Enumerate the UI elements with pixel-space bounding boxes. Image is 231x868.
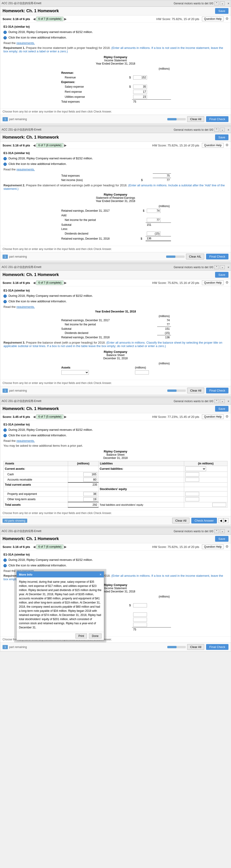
- revenue-field-1[interactable]: [133, 75, 147, 80]
- close-btn-1[interactable]: ×: [228, 2, 229, 5]
- nav-next-3[interactable]: ⌄: [220, 265, 225, 269]
- nav-left-1[interactable]: ◀: [33, 17, 35, 21]
- clear-all-btn-2[interactable]: Clear AIL: [186, 254, 204, 259]
- gear-btn-5[interactable]: ⚙: [226, 545, 228, 549]
- top-bar-nav-3: General motors wants to det 0/0 ⌃ ⌄: [174, 265, 225, 269]
- info-icon-1b[interactable]: i: [3, 36, 7, 39]
- info-icon-4b[interactable]: i: [3, 434, 7, 437]
- question-help-btn-2[interactable]: Question Help: [202, 143, 224, 148]
- req-link-anchor-3[interactable]: requirements.: [17, 305, 35, 309]
- info-icon-2b[interactable]: i: [3, 162, 7, 166]
- final-check-btn-5[interactable]: Final Check: [206, 644, 228, 650]
- rent-input-1[interactable]: [132, 89, 171, 94]
- final-check-btn-1[interactable]: Final Check: [206, 116, 228, 122]
- nav-prev-4[interactable]: ⌃: [214, 399, 219, 403]
- nav-right-4[interactable]: ▶: [64, 415, 67, 418]
- info-icon-5b[interactable]: i: [3, 564, 7, 567]
- question-help-btn-5[interactable]: Question Help: [202, 545, 224, 549]
- nav-left-4[interactable]: ◀: [33, 415, 35, 418]
- question-help-btn-3[interactable]: Question Help: [202, 280, 224, 285]
- utilities-input-5[interactable]: [133, 623, 147, 627]
- info-icon-5[interactable]: i: [3, 559, 7, 562]
- close-btn-5[interactable]: ×: [228, 529, 229, 533]
- bb-nav-right-4[interactable]: ▶: [223, 518, 228, 523]
- gear-btn-4[interactable]: ⚙: [226, 414, 228, 418]
- info-icon-3[interactable]: i: [3, 294, 7, 298]
- info-icon-3b[interactable]: i: [3, 300, 7, 303]
- bs-col-header-3: (millions): [60, 361, 171, 366]
- save-btn-1[interactable]: Save: [215, 8, 228, 14]
- gear-btn-2[interactable]: ⚙: [226, 143, 228, 147]
- save-btn-5[interactable]: Save: [215, 536, 228, 542]
- clear-all-btn-1[interactable]: Clear All: [187, 116, 204, 122]
- close-btn-2[interactable]: ×: [228, 128, 229, 132]
- close-btn-4[interactable]: ×: [228, 399, 229, 403]
- current-liab-input-1[interactable]: [185, 472, 199, 476]
- gear-btn-1[interactable]: ⚙: [226, 17, 228, 21]
- salary-field-1[interactable]: [133, 85, 147, 89]
- equity-input-2[interactable]: [185, 497, 199, 501]
- rent-field-1[interactable]: [133, 90, 147, 94]
- current-liab-input-2[interactable]: [185, 477, 199, 482]
- info-icon-4[interactable]: i: [3, 429, 7, 432]
- clear-all-btn-4[interactable]: Clear All: [172, 518, 189, 524]
- hw-title-3: Homework: Ch. 1 Homework: [3, 272, 215, 277]
- revenue-input-1[interactable]: [132, 75, 171, 80]
- assets-field-1[interactable]: [135, 370, 149, 374]
- cash-input[interactable]: [83, 472, 97, 476]
- nav-next-5[interactable]: ⌄: [220, 529, 225, 533]
- revenue-input-5[interactable]: [133, 603, 147, 608]
- nav-next-2[interactable]: ⌄: [220, 128, 225, 132]
- utilities-input-1[interactable]: [132, 94, 171, 100]
- nav-right-3[interactable]: ▶: [64, 281, 67, 285]
- close-btn-3[interactable]: ×: [228, 266, 229, 269]
- nav-left-3[interactable]: ◀: [33, 281, 35, 285]
- nav-next-1[interactable]: ⌄: [220, 1, 225, 5]
- save-btn-2[interactable]: Save: [215, 134, 228, 140]
- liabilities-dropdown-1[interactable]: [185, 466, 206, 471]
- re-input-3[interactable]: [147, 231, 161, 236]
- modal-done-btn-5[interactable]: Done: [89, 633, 102, 639]
- save-btn-3[interactable]: Save: [215, 272, 228, 278]
- rent-input-5[interactable]: [133, 618, 147, 622]
- nav-right-1[interactable]: ▶: [64, 17, 67, 21]
- bb-nav-left-4[interactable]: ◀: [218, 518, 223, 523]
- nav-left-5[interactable]: ◀: [33, 545, 35, 549]
- re-input-0[interactable]: [147, 209, 161, 213]
- clear-all-btn-5[interactable]: Clear All: [187, 644, 204, 650]
- nav-right-5[interactable]: ▶: [64, 545, 67, 549]
- gear-btn-3[interactable]: ⚙: [226, 280, 228, 285]
- total-liab-equity-input[interactable]: [212, 503, 226, 507]
- nav-prev-1[interactable]: ⌃: [214, 1, 219, 5]
- utilities-field-1[interactable]: [133, 95, 147, 99]
- modal-print-btn-5[interactable]: Print: [76, 633, 87, 639]
- check-answer-btn-4[interactable]: Check Answer: [191, 518, 217, 524]
- info-icon-2[interactable]: i: [3, 157, 7, 160]
- req-link-anchor-4[interactable]: requirements.: [17, 439, 35, 442]
- nav-prev-3[interactable]: ⌃: [214, 265, 219, 269]
- nav-prev-5[interactable]: ⌃: [214, 529, 219, 533]
- save-btn-4[interactable]: Save: [215, 406, 228, 412]
- final-check-btn-3[interactable]: Final Check: [206, 388, 228, 394]
- question-help-btn-1[interactable]: Question Help: [202, 17, 224, 21]
- info-icon-1[interactable]: i: [3, 31, 7, 34]
- req-link-anchor-1[interactable]: requirements.: [17, 41, 35, 45]
- salary-input-5[interactable]: [133, 613, 147, 617]
- equity-input-1[interactable]: [185, 492, 199, 496]
- assets-dropdown-1[interactable]: Current assets Long-term assets: [61, 370, 89, 375]
- ppe-input[interactable]: [83, 492, 97, 496]
- nav-left-2[interactable]: ◀: [33, 144, 35, 147]
- bs-row-equity-head: Stockholders' equity: [4, 487, 228, 491]
- other-assets-input[interactable]: [83, 497, 97, 501]
- re-input-1[interactable]: [147, 218, 161, 222]
- question-help-btn-4[interactable]: Question Help: [202, 414, 224, 419]
- modal-close-btn-5[interactable]: ×: [100, 572, 102, 576]
- nav-prev-2[interactable]: ⌃: [214, 128, 219, 132]
- nav-next-4[interactable]: ⌄: [220, 399, 225, 403]
- final-check-btn-2[interactable]: Final Check: [206, 254, 228, 259]
- salary-input-1[interactable]: [132, 84, 171, 89]
- nav-right-2[interactable]: ▶: [64, 144, 67, 147]
- req-link-anchor-2[interactable]: requirements.: [17, 168, 35, 171]
- clear-all-btn-3[interactable]: Clear All: [187, 388, 204, 394]
- ar-input[interactable]: [83, 477, 97, 482]
